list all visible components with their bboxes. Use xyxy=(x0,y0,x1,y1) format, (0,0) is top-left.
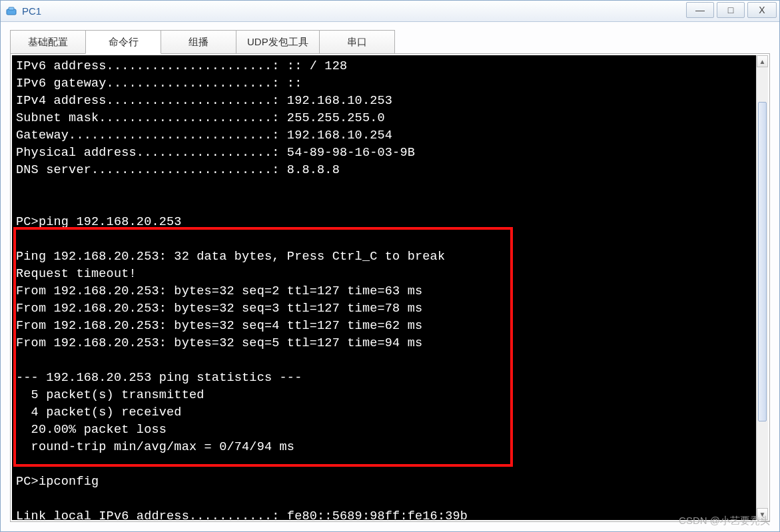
terminal-line xyxy=(16,179,752,196)
terminal-line: From 192.168.20.253: bytes=32 seq=3 ttl=… xyxy=(16,300,752,318)
terminal-line: IPv6 address......................: :: /… xyxy=(16,58,752,75)
terminal-line: IPv6 gateway......................: :: xyxy=(16,75,752,93)
terminal-line: DNS server........................: 8.8.… xyxy=(16,162,752,179)
terminal-line xyxy=(16,231,752,248)
terminal-container: IPv6 address......................: :: /… xyxy=(10,53,770,522)
scrollbar[interactable]: ▲ ▼ xyxy=(756,55,768,520)
terminal-line: 5 packet(s) transmitted xyxy=(16,387,752,404)
terminal-line: PC>ipconfig xyxy=(16,473,752,491)
tab-multicast[interactable]: 组播 xyxy=(161,30,236,54)
terminal-line xyxy=(16,196,752,214)
content-area: 基础配置 命令行 组播 UDP发包工具 串口 IPv6 address.....… xyxy=(1,22,779,522)
terminal-line: round-trip min/avg/max = 0/74/94 ms xyxy=(16,439,752,456)
terminal-line: Subnet mask.......................: 255.… xyxy=(16,110,752,127)
app-icon xyxy=(5,5,18,18)
titlebar[interactable]: PC1 — □ X xyxy=(1,1,779,22)
window-controls: — □ X xyxy=(686,2,777,18)
terminal-line: Physical address..................: 54-8… xyxy=(16,144,752,162)
scrollbar-thumb[interactable] xyxy=(758,102,767,421)
terminal-line: IPv4 address......................: 192.… xyxy=(16,93,752,110)
terminal-line: Ping 192.168.20.253: 32 data bytes, Pres… xyxy=(16,248,752,266)
terminal-line: PC>ping 192.168.20.253 xyxy=(16,214,752,231)
minimize-button[interactable]: — xyxy=(686,2,714,18)
maximize-button[interactable]: □ xyxy=(717,2,745,18)
terminal-line xyxy=(16,456,752,473)
tab-serial[interactable]: 串口 xyxy=(319,30,395,54)
terminal-line: From 192.168.20.253: bytes=32 seq=2 ttl=… xyxy=(16,283,752,300)
close-button[interactable]: X xyxy=(747,2,777,18)
terminal-line: Link local IPv6 address...........: fe80… xyxy=(16,508,752,520)
tab-command-line[interactable]: 命令行 xyxy=(85,30,161,54)
terminal-line: From 192.168.20.253: bytes=32 seq=4 ttl=… xyxy=(16,318,752,335)
terminal-line xyxy=(16,352,752,370)
tab-bar: 基础配置 命令行 组播 UDP发包工具 串口 xyxy=(10,30,770,54)
terminal-line: 20.00% packet loss xyxy=(16,421,752,439)
tab-udp-tool[interactable]: UDP发包工具 xyxy=(236,30,320,54)
terminal-line: Gateway...........................: 192.… xyxy=(16,127,752,144)
scroll-down-button[interactable]: ▼ xyxy=(757,508,768,520)
terminal-line: --- 192.168.20.253 ping statistics --- xyxy=(16,370,752,387)
tab-basic-config[interactable]: 基础配置 xyxy=(10,30,86,54)
terminal-output[interactable]: IPv6 address......................: :: /… xyxy=(12,55,756,520)
terminal-line: Request timeout! xyxy=(16,266,752,283)
scroll-up-button[interactable]: ▲ xyxy=(757,55,768,67)
svg-rect-1 xyxy=(9,7,14,10)
window-title: PC1 xyxy=(22,5,41,17)
terminal-line: 4 packet(s) received xyxy=(16,404,752,421)
app-window: PC1 — □ X 基础配置 命令行 组播 UDP发包工具 串口 IPv6 ad… xyxy=(0,0,780,532)
terminal-line xyxy=(16,491,752,508)
terminal-line: From 192.168.20.253: bytes=32 seq=5 ttl=… xyxy=(16,335,752,352)
